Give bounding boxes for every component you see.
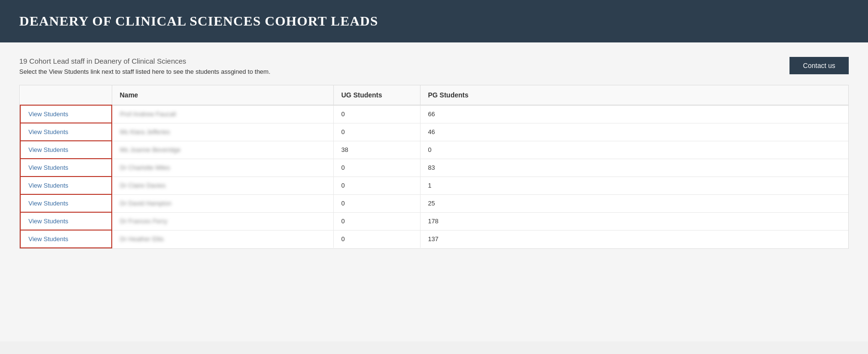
ug-count: 0 <box>333 194 420 212</box>
action-cell: View Students <box>20 194 112 212</box>
action-cell: View Students <box>20 159 112 177</box>
view-students-link[interactable]: View Students <box>28 218 68 225</box>
pg-count: 83 <box>420 159 848 177</box>
page-title: DEANERY OF CLINICAL SCIENCES COHORT LEAD… <box>19 14 849 29</box>
staff-name: Ms Klara Jefferies <box>112 123 333 141</box>
action-cell: View Students <box>20 105 112 123</box>
col-header-pg: PG Students <box>420 85 848 105</box>
table-row: View StudentsMs Klara Jefferies046 <box>20 123 848 141</box>
main-content: 19 Cohort Lead staff in Deanery of Clini… <box>0 42 868 341</box>
table-row: View StudentsDr Heather Ellis0137 <box>20 230 848 248</box>
action-cell: View Students <box>20 212 112 230</box>
ug-count: 0 <box>333 123 420 141</box>
contact-us-button[interactable]: Contact us <box>789 57 849 74</box>
view-students-link[interactable]: View Students <box>28 146 68 153</box>
col-header-name: Name <box>112 85 333 105</box>
description-block: 19 Cohort Lead staff in Deanery of Clini… <box>19 57 770 75</box>
instruction-text: Select the View Students link next to st… <box>19 68 770 75</box>
col-header-action <box>20 85 112 105</box>
col-header-ug: UG Students <box>333 85 420 105</box>
pg-count: 178 <box>420 212 848 230</box>
table-row: View StudentsDr Claire Davies01 <box>20 177 848 194</box>
table-row: View StudentsDr David Hampton025 <box>20 194 848 212</box>
staff-name: Dr Heather Ellis <box>112 230 333 248</box>
staff-name: Dr David Hampton <box>112 194 333 212</box>
action-cell: View Students <box>20 177 112 194</box>
table-row: View StudentsMs Joanne Beveridge380 <box>20 141 848 159</box>
pg-count: 137 <box>420 230 848 248</box>
pg-count: 46 <box>420 123 848 141</box>
cohort-leads-table: Name UG Students PG Students View Studen… <box>20 85 848 248</box>
table-row: View StudentsDr Charlotte Miles083 <box>20 159 848 177</box>
pg-count: 66 <box>420 105 848 123</box>
view-students-link[interactable]: View Students <box>28 200 68 207</box>
ug-count: 0 <box>333 212 420 230</box>
ug-count: 0 <box>333 105 420 123</box>
staff-name: Dr Claire Davies <box>112 177 333 194</box>
table-row: View StudentsProf Andrew Faucall066 <box>20 105 848 123</box>
view-students-link[interactable]: View Students <box>28 164 68 171</box>
page-header: DEANERY OF CLINICAL SCIENCES COHORT LEAD… <box>0 0 868 42</box>
ug-count: 0 <box>333 230 420 248</box>
cohort-count: 19 Cohort Lead staff in Deanery of Clini… <box>19 57 770 65</box>
staff-name: Ms Joanne Beveridge <box>112 141 333 159</box>
view-students-link[interactable]: View Students <box>28 110 68 118</box>
table-row: View StudentsDr Frances Ferry0178 <box>20 212 848 230</box>
view-students-link[interactable]: View Students <box>28 182 68 189</box>
pg-count: 0 <box>420 141 848 159</box>
table-header-row: Name UG Students PG Students <box>20 85 848 105</box>
view-students-link[interactable]: View Students <box>28 128 68 136</box>
action-cell: View Students <box>20 141 112 159</box>
action-cell: View Students <box>20 123 112 141</box>
ug-count: 0 <box>333 159 420 177</box>
staff-name: Dr Frances Ferry <box>112 212 333 230</box>
staff-name: Dr Charlotte Miles <box>112 159 333 177</box>
ug-count: 38 <box>333 141 420 159</box>
ug-count: 0 <box>333 177 420 194</box>
top-bar: 19 Cohort Lead staff in Deanery of Clini… <box>19 57 849 75</box>
pg-count: 25 <box>420 194 848 212</box>
action-cell: View Students <box>20 230 112 248</box>
staff-name: Prof Andrew Faucall <box>112 105 333 123</box>
data-table-container: Name UG Students PG Students View Studen… <box>19 85 849 249</box>
view-students-link[interactable]: View Students <box>28 235 68 243</box>
pg-count: 1 <box>420 177 848 194</box>
